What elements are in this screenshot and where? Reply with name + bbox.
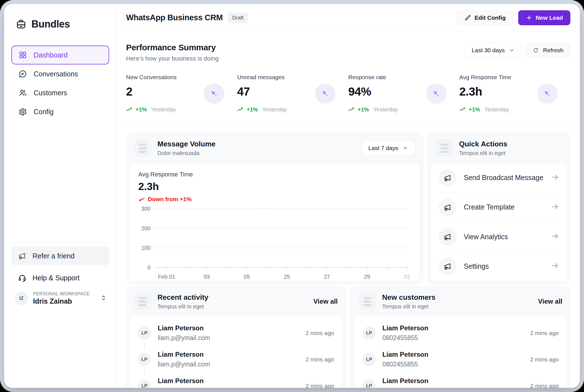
arrow-right-icon — [551, 203, 559, 212]
chart-panel: Avg Response Time 2.3h Down from +1% 010… — [129, 163, 420, 281]
person-name: Liam Peterson — [382, 377, 428, 385]
content: Performance Summary Here’s how your busi… — [117, 32, 580, 388]
avatar: LP — [362, 326, 376, 340]
kpi-delta: Down from +1% — [138, 196, 411, 203]
sidebar-item-label: Config — [34, 108, 54, 116]
stat-trend: +1% Yesterday — [348, 106, 398, 113]
person-phone: 0802455855 — [382, 334, 428, 342]
quick-action-item[interactable]: Settings — [439, 251, 559, 281]
chart-range-dropdown[interactable]: Last 7 days — [362, 141, 415, 156]
sidebar-item[interactable]: Conversations — [11, 64, 109, 83]
person-name: Liam Peterson — [158, 377, 210, 385]
new-customers-title: New customers — [382, 293, 435, 302]
svg-text:05: 05 — [244, 274, 250, 280]
customer-row[interactable]: LP Liam Peterson 0802455855 2 mins ago — [362, 373, 559, 388]
message-volume-chart: 0100200300Feb 01030525272901 — [138, 204, 411, 281]
refer-a-friend-button[interactable]: Refer a friend — [11, 246, 109, 265]
list-tile-icon — [134, 293, 151, 310]
kpi-delta-label: Down from +1% — [148, 196, 192, 203]
stat-value: 47 — [237, 85, 287, 98]
sidebar-item-label: Dashboard — [34, 51, 67, 59]
kpi-value: 2.3h — [138, 181, 411, 193]
sidebar-item[interactable]: Dashboard — [11, 46, 109, 64]
main: WhatsApp Business CRM Draft Edit Config … — [117, 4, 580, 388]
quick-actions-subtitle: Tempus elit in eget — [459, 150, 507, 156]
quick-actions-list: Send Broadcast Message Create Template — [431, 163, 567, 281]
quick-action-item[interactable]: Send Broadcast Message — [439, 163, 559, 192]
trend-up-icon — [459, 106, 466, 113]
svg-text:300: 300 — [141, 206, 151, 212]
brand-name: Bundles — [31, 18, 70, 30]
help-support-button[interactable]: Help & Support — [11, 270, 109, 286]
pencil-icon — [465, 14, 471, 21]
new-lead-button[interactable]: New Lead — [518, 10, 570, 25]
stat-delta: +1% — [247, 106, 258, 113]
trend-down-icon — [138, 196, 145, 203]
stat-label: Response rate — [348, 74, 398, 81]
stat-delta: +1% — [136, 106, 147, 113]
topbar-actions: Edit Config New Lead — [457, 10, 570, 25]
activity-time: 2 mins ago — [305, 383, 334, 388]
stat-period: Yesterday — [151, 106, 176, 113]
date-range-dropdown[interactable]: Last 30 days — [465, 43, 522, 58]
quick-action-item[interactable]: Create Template — [439, 192, 559, 222]
sidebar-item[interactable]: Config — [11, 102, 109, 121]
chat-bubble-icon — [19, 70, 27, 78]
stat-bubble — [204, 83, 224, 104]
recent-activity-title: Recent activity — [157, 293, 209, 302]
summary-title: Performance Summary — [126, 43, 219, 52]
bottom-row: Recent activity Tempus elit in eget View… — [126, 286, 570, 388]
quick-action-item[interactable]: View Analytics — [439, 222, 559, 251]
recent-activity-view-all[interactable]: View all — [313, 298, 338, 305]
topbar: WhatsApp Business CRM Draft Edit Config … — [117, 4, 580, 32]
svg-text:01: 01 — [404, 274, 410, 280]
sidebar-divider — [11, 242, 109, 243]
stat-card: New Conversations 2 +1% Yesterday — [126, 74, 237, 113]
megaphone-icon — [443, 203, 452, 211]
quick-actions-card: Quick Actions Tempus elit in eget Send B… — [428, 133, 570, 284]
arrow-right-icon — [551, 261, 559, 271]
sidebar-item[interactable]: Customers — [11, 83, 109, 102]
app-window: Bundles Dashboard Conversations — [4, 4, 580, 388]
avatar: LP — [362, 353, 376, 366]
page-title: WhatsApp Business CRM — [126, 13, 223, 22]
stat-value: 94% — [348, 85, 398, 98]
help-support-label: Help & Support — [32, 274, 80, 282]
workspace-caret — [100, 294, 107, 302]
person-name: Liam Peterson — [158, 351, 210, 358]
activity-row[interactable]: LP Liam Peterson liam.p@ymail.com 2 mins… — [138, 346, 334, 373]
workspace-switcher[interactable]: IZ PERSONAL WORKSPACE Idris Zainab — [11, 291, 109, 305]
activity-row[interactable]: LP Liam Peterson liam.p@ymail.com 2 mins… — [138, 320, 334, 346]
stat-bubble — [537, 83, 558, 104]
new-lead-label: New Lead — [536, 14, 563, 21]
workspace-meta: PERSONAL WORKSPACE Idris Zainab — [33, 291, 95, 305]
person-email: liam.p@ymail.com — [158, 334, 210, 342]
stat-texts: Avg Response Time 2.3h +1% Yesterday — [459, 74, 512, 113]
refresh-button[interactable]: Refresh — [526, 43, 570, 58]
stat-label: Unread messages — [237, 74, 287, 81]
gear-icon — [19, 108, 27, 116]
status-badge: Draft — [228, 13, 248, 23]
performance-summary-header: Performance Summary Here’s how your busi… — [126, 43, 570, 62]
person-phone: 0802455855 — [382, 361, 428, 368]
stat-value: 2.3h — [459, 85, 512, 98]
headset-icon — [18, 274, 26, 282]
stat-card: Response rate 94% +1% Yesterday — [348, 74, 459, 113]
edit-config-button[interactable]: Edit Config — [457, 10, 513, 25]
new-customers-view-all[interactable]: View all — [538, 298, 562, 305]
edit-config-label: Edit Config — [475, 14, 506, 21]
stat-delta: +1% — [358, 106, 369, 113]
users-icon — [19, 89, 27, 97]
message-volume-subtitle: Dolor malesuada — [157, 150, 215, 156]
customer-row[interactable]: LP Liam Peterson 0802455855 2 mins ago — [362, 346, 559, 373]
stat-bubble — [426, 83, 447, 104]
avatar: LP — [138, 326, 151, 340]
customer-row[interactable]: LP Liam Peterson 0802455855 2 mins ago — [362, 320, 559, 346]
cursor-arrow-icon — [321, 90, 329, 98]
chevron-down-icon — [403, 145, 408, 151]
customer-time: 2 mins ago — [530, 330, 559, 336]
activity-row[interactable]: LP Liam Peterson liam.p@ymail.com 2 mins… — [138, 373, 334, 388]
quick-actions-header: Quick Actions Tempus elit in eget — [431, 136, 567, 159]
svg-text:25: 25 — [284, 274, 290, 280]
brand: Bundles — [16, 18, 109, 30]
